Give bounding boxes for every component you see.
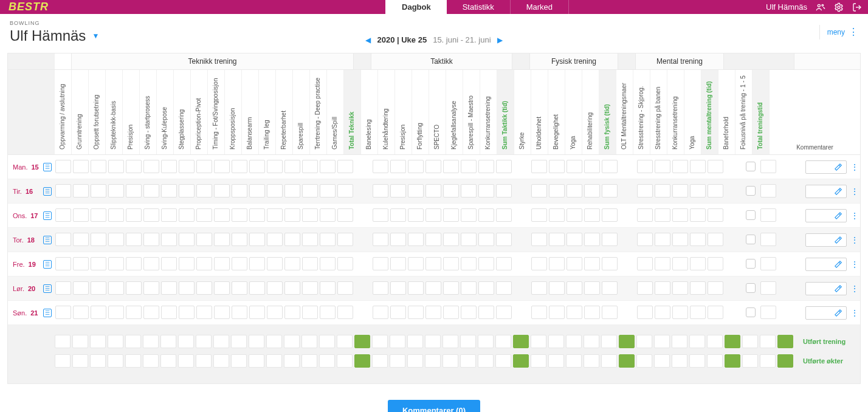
training-input[interactable] [337, 208, 354, 223]
training-input[interactable] [284, 257, 301, 272]
row-menu-button[interactable]: ⋮ [850, 187, 856, 196]
training-input[interactable] [443, 233, 460, 247]
day-note-icon[interactable]: ☰ [43, 309, 52, 317]
training-input[interactable] [160, 306, 177, 320]
training-input[interactable] [636, 281, 653, 296]
training-input[interactable] [601, 233, 618, 247]
training-input[interactable] [108, 281, 125, 296]
training-input[interactable] [249, 306, 266, 320]
training-input[interactable] [249, 184, 266, 199]
training-input[interactable] [707, 233, 724, 247]
training-input[interactable] [460, 257, 477, 272]
athlete-dropdown-caret-icon[interactable]: ▼ [92, 32, 99, 40]
training-input[interactable] [160, 257, 177, 272]
training-input[interactable] [601, 306, 618, 320]
training-input[interactable] [654, 160, 671, 174]
training-input[interactable] [372, 160, 389, 174]
day-note-icon[interactable]: ☰ [43, 211, 52, 220]
training-input[interactable] [548, 257, 565, 272]
training-input[interactable] [425, 233, 442, 247]
training-input[interactable] [654, 306, 671, 320]
row-comment-button[interactable] [805, 209, 847, 222]
training-input[interactable] [372, 306, 389, 320]
training-input[interactable] [125, 184, 142, 199]
row-comment-button[interactable] [805, 282, 847, 295]
training-input[interactable] [443, 208, 460, 223]
day-note-icon[interactable]: ☰ [43, 163, 52, 171]
meny-button[interactable]: meny ⋮ [819, 25, 858, 39]
training-input[interactable] [601, 184, 618, 199]
training-input[interactable] [196, 306, 213, 320]
training-input[interactable] [460, 281, 477, 296]
training-input[interactable] [654, 184, 671, 199]
training-input[interactable] [460, 208, 477, 223]
training-input[interactable] [425, 184, 442, 199]
training-input[interactable] [460, 184, 477, 199]
training-input[interactable] [143, 208, 160, 223]
training-input[interactable] [460, 306, 477, 320]
training-input[interactable] [531, 208, 548, 223]
training-input[interactable] [707, 306, 724, 320]
training-input[interactable] [495, 184, 512, 199]
training-input[interactable] [760, 184, 777, 199]
training-input[interactable] [584, 257, 601, 272]
training-input[interactable] [337, 306, 354, 320]
training-input[interactable] [407, 306, 424, 320]
training-input[interactable] [584, 306, 601, 320]
training-input[interactable] [213, 233, 230, 247]
day-note-icon[interactable]: ☰ [43, 260, 52, 269]
training-input[interactable] [584, 208, 601, 223]
training-input[interactable] [478, 184, 495, 199]
training-input[interactable] [760, 281, 777, 296]
training-input[interactable] [636, 257, 653, 272]
training-input[interactable] [443, 184, 460, 199]
training-input[interactable] [301, 233, 319, 247]
training-input[interactable] [55, 160, 72, 174]
training-input[interactable] [566, 257, 583, 272]
training-input[interactable] [143, 281, 160, 296]
training-input[interactable] [249, 160, 266, 174]
training-input[interactable] [672, 184, 689, 199]
prev-week-button[interactable]: ◀ [365, 36, 371, 44]
training-input[interactable] [672, 281, 689, 296]
training-input[interactable] [284, 306, 301, 320]
training-input[interactable] [108, 184, 125, 199]
training-input[interactable] [178, 257, 195, 272]
training-input[interactable] [249, 281, 266, 296]
training-input[interactable] [636, 160, 653, 174]
training-input[interactable] [231, 208, 248, 223]
training-input[interactable] [707, 208, 724, 223]
training-input[interactable] [301, 306, 319, 320]
training-input[interactable] [284, 160, 301, 174]
users-icon[interactable] [816, 2, 825, 12]
training-input[interactable] [249, 257, 266, 272]
training-input[interactable] [707, 281, 724, 296]
training-input[interactable] [707, 160, 724, 174]
training-input[interactable] [143, 233, 160, 247]
training-input[interactable] [266, 184, 283, 199]
training-input[interactable] [231, 233, 248, 247]
training-input[interactable] [478, 306, 495, 320]
baneforhold-check[interactable] [742, 306, 759, 320]
athlete-name[interactable]: Ulf Hämnäs ▼ [10, 27, 143, 44]
training-input[interactable] [284, 208, 301, 223]
row-menu-button[interactable]: ⋮ [850, 284, 856, 294]
training-input[interactable] [319, 233, 336, 247]
training-input[interactable] [178, 306, 195, 320]
training-input[interactable] [636, 184, 653, 199]
training-input[interactable] [108, 306, 125, 320]
training-input[interactable] [672, 306, 689, 320]
training-input[interactable] [478, 160, 495, 174]
training-input[interactable] [495, 306, 512, 320]
row-menu-button[interactable]: ⋮ [850, 162, 856, 172]
training-input[interactable] [584, 184, 601, 199]
training-input[interactable] [548, 281, 565, 296]
training-input[interactable] [425, 257, 442, 272]
training-input[interactable] [160, 233, 177, 247]
training-input[interactable] [266, 257, 283, 272]
training-input[interactable] [654, 257, 671, 272]
training-input[interactable] [495, 208, 512, 223]
training-input[interactable] [425, 281, 442, 296]
training-input[interactable] [531, 257, 548, 272]
training-input[interactable] [125, 208, 142, 223]
